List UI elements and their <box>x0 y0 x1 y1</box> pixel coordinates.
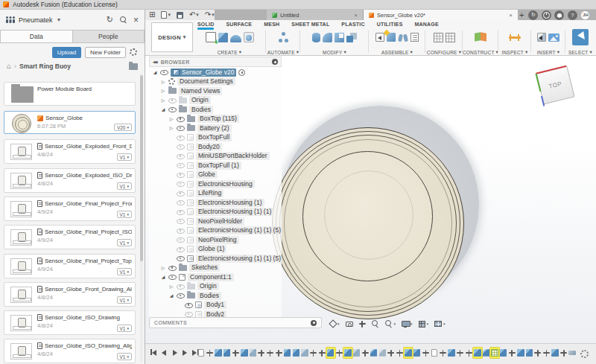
timeline-feature-move[interactable] <box>464 348 473 358</box>
timeline-feature-box-highlighted[interactable] <box>473 348 482 358</box>
timeline-feature-box[interactable] <box>413 348 422 358</box>
collapse-node-icon[interactable]: ◢ <box>152 70 158 74</box>
version-dropdown[interactable]: V1▾ <box>117 153 132 161</box>
view-cube[interactable]: TOP <box>533 62 580 108</box>
timeline-feature-move[interactable] <box>507 348 516 358</box>
create-sketch-icon[interactable] <box>206 32 216 42</box>
timeline-feature-move[interactable] <box>456 348 465 358</box>
version-dropdown[interactable]: V1▾ <box>117 325 132 332</box>
tree-item-document-settings[interactable]: ▷Document Settings <box>149 77 282 87</box>
select-tool-icon[interactable] <box>572 29 589 45</box>
joint-icon[interactable] <box>387 33 396 42</box>
search-icon[interactable] <box>120 16 127 23</box>
group-assemble-label[interactable]: ASSEMBLE▾ <box>381 49 413 55</box>
group-modify-label[interactable]: MODIFY▾ <box>323 49 346 55</box>
collapse-node-icon[interactable]: ◢ <box>160 107 166 112</box>
visibility-eye-icon[interactable] <box>177 115 185 122</box>
visibility-eye-icon[interactable] <box>177 199 185 206</box>
press-pull-icon[interactable] <box>312 33 320 42</box>
timeline-feature-move[interactable] <box>335 348 344 358</box>
tab-people[interactable]: People <box>72 30 145 43</box>
file-card-sensor-globe-exploded-front-draw-[interactable]: Sensor_Globe_Exploded_Front_Draw...4/8/2… <box>4 139 136 164</box>
document-tab-1[interactable]: Untitled× <box>267 10 364 20</box>
visibility-eye-icon[interactable] <box>177 237 185 243</box>
visibility-eye-icon[interactable] <box>177 283 185 290</box>
tree-item-neopixelholder[interactable]: NeoPixelHolder <box>149 217 282 226</box>
timeline-feature-boxl[interactable] <box>352 348 361 358</box>
display-settings-icon[interactable]: ▾ <box>402 321 413 328</box>
timeline-feature-box[interactable] <box>214 348 223 358</box>
zoom-icon[interactable] <box>372 320 379 328</box>
browser-header[interactable]: ◀◀ BROWSER <box>149 57 282 67</box>
timeline-feature-move[interactable] <box>559 348 568 358</box>
tree-item-neopixelring[interactable]: NeoPixelRing <box>149 235 282 245</box>
collapse-node-icon[interactable]: ◢ <box>160 275 166 279</box>
tree-item-sensor-globe-v20[interactable]: ◢Sensor_Globe v20 <box>149 68 282 77</box>
tree-item-origin[interactable]: ▷Origin <box>149 282 282 292</box>
timeline-feature-box[interactable] <box>447 348 456 358</box>
fit-view-icon[interactable]: ▾ <box>385 320 396 328</box>
visibility-eye-icon[interactable] <box>177 293 185 299</box>
visibility-eye-icon[interactable] <box>177 162 185 169</box>
timeline-feature-doc[interactable] <box>197 348 206 358</box>
timeline-feature-move[interactable] <box>206 348 215 358</box>
grid-layout-icon[interactable]: ▾ <box>419 321 429 328</box>
save-icon[interactable] <box>177 12 183 19</box>
insert-image-icon[interactable] <box>548 33 559 42</box>
tree-item-named-views[interactable]: ▷Named Views <box>149 86 282 96</box>
visibility-eye-icon[interactable] <box>168 264 177 271</box>
visibility-eye-icon[interactable] <box>177 144 185 150</box>
comments-options-icon[interactable] <box>311 320 317 326</box>
tree-item-electronicshousing[interactable]: ElectronicsHousing <box>149 179 282 189</box>
timeline-feature-bench[interactable] <box>568 348 577 358</box>
visibility-eye-icon[interactable] <box>177 208 185 215</box>
group-automate-label[interactable]: AUTOMATE▾ <box>267 49 299 55</box>
timeline-feature-move[interactable] <box>317 348 326 358</box>
tree-item-electronicshousing-1-1-[interactable]: ElectronicsHousing (1) (1) <box>149 208 282 217</box>
timeline-feature-move[interactable] <box>533 348 542 358</box>
as-built-joint-icon[interactable] <box>398 33 408 42</box>
timeline-feature-box-highlighted[interactable] <box>326 348 335 358</box>
version-dropdown[interactable]: V1▾ <box>117 268 132 275</box>
new-document-tab-button[interactable]: + <box>519 10 524 19</box>
tree-item-sketches[interactable]: ▷Sketches <box>149 264 282 273</box>
file-card-sensor-globe-final-project-front[interactable]: Sensor_Globe_Final_Project_Front4/9/24V1… <box>4 197 136 221</box>
skip-to-start-button[interactable] <box>150 349 157 356</box>
visibility-eye-icon[interactable] <box>160 69 168 76</box>
timeline-feature-move[interactable] <box>396 348 405 358</box>
tree-item-boxtopfull-1-[interactable]: BoxTopFull (1) <box>149 161 282 170</box>
file-card-sensor-globe-exploded-iso-drawing[interactable]: Sensor_Globe_Exploded_ISO_Drawing4/8/24V… <box>4 168 136 193</box>
file-card-sensor-globe-front-drawing-aligned[interactable]: Sensor_Globe_Front_Drawing_Aligned4/8/24… <box>4 282 136 307</box>
upload-button[interactable]: Upload <box>52 47 81 58</box>
notifications-icon[interactable] <box>554 10 564 20</box>
play-button[interactable] <box>171 349 178 356</box>
automate-icon[interactable] <box>278 32 289 42</box>
close-panel-icon[interactable]: × <box>133 16 139 25</box>
visibility-eye-icon[interactable] <box>177 190 185 197</box>
timeline-feature-wedge[interactable] <box>482 348 491 358</box>
chevron-down-icon[interactable]: ▼ <box>57 17 62 22</box>
document-tab-2[interactable]: Sensor_Globe v20*× <box>364 10 518 20</box>
group-insert-label[interactable]: INSERT▾ <box>537 49 559 55</box>
visibility-eye-icon[interactable] <box>177 218 185 225</box>
view-cube-top-face[interactable]: TOP <box>536 66 574 104</box>
tree-item-globe[interactable]: Globe <box>149 170 282 180</box>
visibility-eye-icon[interactable] <box>168 97 177 103</box>
configuration-table-icon[interactable] <box>434 33 443 42</box>
step-back-button[interactable] <box>161 349 168 356</box>
team-name[interactable]: Pneumatek <box>19 16 53 24</box>
timeline-feature-box[interactable] <box>551 348 559 358</box>
timeline-feature-box[interactable] <box>240 348 249 358</box>
timeline-feature-box-highlighted[interactable] <box>404 348 413 358</box>
visibility-eye-icon[interactable] <box>177 255 185 262</box>
timeline-feature-move[interactable] <box>387 348 396 358</box>
bom-icon[interactable] <box>410 33 419 42</box>
insert-derive-icon[interactable] <box>537 33 546 42</box>
fillet-icon[interactable] <box>323 33 332 42</box>
visibility-eye-icon[interactable] <box>177 246 185 252</box>
tree-item-boxtop-115-[interactable]: ▷BoxTop (115) <box>149 115 282 124</box>
tree-item-bodies[interactable]: ◢Bodies <box>149 105 282 115</box>
timeline-feature-box[interactable] <box>525 348 534 358</box>
timeline-feature-box-highlighted[interactable] <box>343 348 352 358</box>
file-card-power-module-board[interactable]: Power Module Board <box>4 82 136 106</box>
